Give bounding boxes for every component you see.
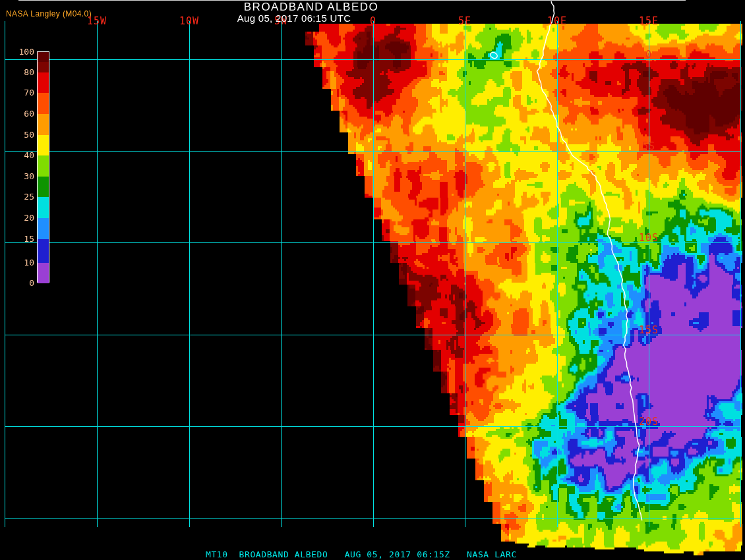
colorbar-tick-50: 50 xyxy=(12,130,34,140)
lon-label-15E: 15E xyxy=(639,15,659,27)
colorbar-segment-10-15 xyxy=(38,239,49,263)
datetime-label: Aug 05, 2017 06:15 UTC xyxy=(237,13,351,24)
lat-label-10S: 10S xyxy=(639,232,659,244)
colorbar-segment-60-70 xyxy=(38,93,49,114)
lat-label-0: 0 xyxy=(645,49,652,61)
branding-label: NASA Langley (M04.0) xyxy=(6,9,92,18)
colorbar-tick-20: 20 xyxy=(12,213,34,223)
colorbar-tick-60: 60 xyxy=(12,109,34,119)
lat-label-15S: 15S xyxy=(639,324,659,336)
colorbar-segment-70-80 xyxy=(38,72,49,93)
colorbar-tick-30: 30 xyxy=(12,171,34,181)
colorbar-segment-0-10 xyxy=(38,263,49,283)
lat-label-5S: 5S xyxy=(642,140,655,152)
lon-label-15W: 15W xyxy=(87,15,107,27)
colorbar-segment-50-60 xyxy=(38,114,49,135)
colorbar-tick-40: 40 xyxy=(12,150,34,160)
colorbar-tick-100: 100 xyxy=(12,47,34,57)
colorbar-tick-70: 70 xyxy=(12,88,34,98)
colorbar-tick-10: 10 xyxy=(12,258,34,267)
colorbar-segment-20-25 xyxy=(38,197,49,218)
page-title: BROADBAND ALBEDO xyxy=(244,1,378,14)
albedo-map-canvas xyxy=(0,0,745,560)
lon-label-10W: 10W xyxy=(179,15,199,27)
colorbar xyxy=(37,51,49,283)
colorbar-segment-80-90 xyxy=(38,62,49,72)
colorbar-segment-15-20 xyxy=(38,218,49,239)
footer-caption: MT10 BROADBAND ALBEDO AUG 05, 2017 06:15… xyxy=(206,549,517,559)
colorbar-segment-25-30 xyxy=(38,177,49,197)
colorbar-tick-80: 80 xyxy=(12,67,34,77)
lon-label-10E: 10E xyxy=(547,15,567,27)
albedo-map-window: NASA Langley (M04.0) BROADBAND ALBEDO Au… xyxy=(0,0,745,560)
colorbar-segment-90-100 xyxy=(38,52,49,62)
lat-label-20S: 20S xyxy=(639,416,659,428)
colorbar-tick-15: 15 xyxy=(12,234,34,244)
colorbar-segment-30-40 xyxy=(38,155,49,177)
colorbar-tick-0: 0 xyxy=(12,278,34,288)
colorbar-segment-40-50 xyxy=(38,135,49,155)
lon-label-5E: 5E xyxy=(458,15,471,27)
lon-label-0: 0 xyxy=(370,15,376,27)
colorbar-tick-25: 25 xyxy=(12,192,34,202)
